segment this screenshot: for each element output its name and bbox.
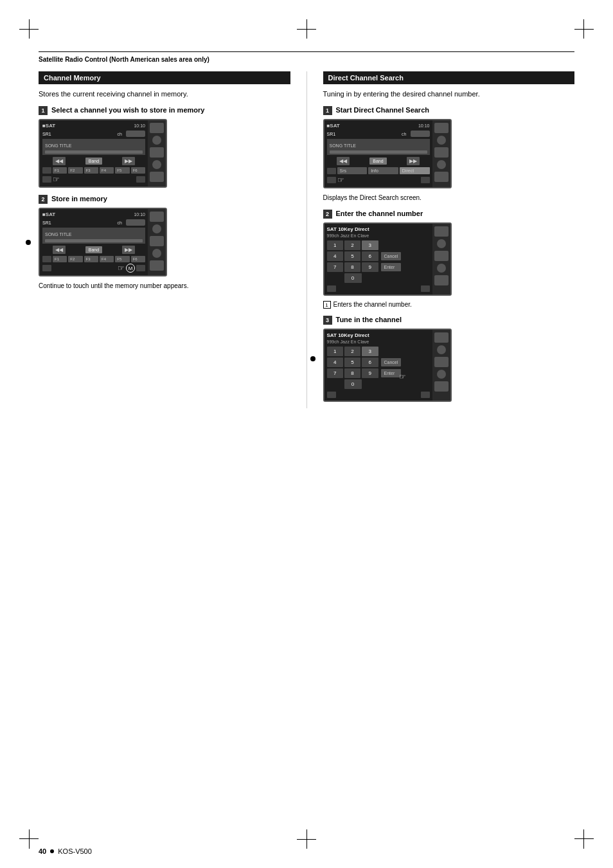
ctrl-band-2: Band xyxy=(85,246,102,253)
screen-progress-2 xyxy=(45,239,143,242)
screen-controls-2: ◀◀ Band ▶▶ xyxy=(42,246,145,254)
key-4-3[interactable]: 4 xyxy=(327,357,343,367)
keypad-zero-row: 0 xyxy=(327,273,378,283)
screen-left-1: ■SAT 10:10 SR1 ch SONG TITLE xyxy=(39,119,167,188)
key-4[interactable]: 4 xyxy=(327,251,343,261)
screen-sr1-2: SR1 xyxy=(42,221,51,225)
key-0-3[interactable]: 0 xyxy=(344,379,362,389)
key-8[interactable]: 8 xyxy=(344,262,360,272)
sidebar-circle-r3b xyxy=(437,370,446,379)
step-right-1: 1 Start Direct Channel Search ■SAT 10:10… xyxy=(323,105,575,203)
step-left-2-title: Store in memory xyxy=(51,194,107,203)
screen-song-title-1: SONG TITLE xyxy=(42,139,145,155)
crosshair-top xyxy=(297,19,316,39)
screen-top-bar-2: ■SAT 10:10 xyxy=(42,212,145,217)
key-0[interactable]: 0 xyxy=(344,273,362,283)
memory-icon-text: M xyxy=(129,266,133,271)
sidebar-btn-2a xyxy=(150,212,164,222)
direct-search-title: Direct Channel Search xyxy=(323,71,575,84)
page-content: Satellite Radio Control (North American … xyxy=(39,51,574,817)
cursor-hand-2: ☞ xyxy=(118,264,125,273)
screen-progress-r1 xyxy=(330,150,427,154)
keypad-subtitle-3: 999ch Jazz En Clave xyxy=(327,339,430,344)
key-1[interactable]: 1 xyxy=(327,240,343,250)
screen-bottom-1: ☞ xyxy=(42,175,145,184)
btn-info: Info xyxy=(368,167,398,174)
screen-sidebar-r1 xyxy=(432,120,450,187)
screen-sat-r1: ■SAT xyxy=(327,123,340,129)
screen-row-sr-r1: SR1 ch xyxy=(327,131,430,137)
key-2-3[interactable]: 2 xyxy=(344,347,360,356)
keypad-title-2: SAT 10Key Direct xyxy=(327,226,430,232)
cursor-hand-3: ☞ xyxy=(399,372,406,381)
sidebar-circle-r1a xyxy=(437,136,446,145)
reg-mark-br xyxy=(574,829,594,849)
screen-controls-1: ◀◀ Band ▶▶ xyxy=(42,157,145,165)
reg-mark-bl xyxy=(19,829,39,849)
screen-right-3: SAT 10Key Direct 999ch Jazz En Clave 1 2… xyxy=(323,329,452,402)
key-6[interactable]: 6 xyxy=(362,251,378,261)
screen-time: 10:10 xyxy=(134,123,145,128)
keypad-cancel-2[interactable]: Cancel xyxy=(381,252,402,260)
note-num-2: 1 xyxy=(323,301,331,309)
preset-f1: F1 xyxy=(53,167,67,174)
screen-sat-label: ■SAT xyxy=(42,123,55,129)
key-5[interactable]: 5 xyxy=(344,251,360,261)
step-right-1-header: 1 Start Direct Channel Search xyxy=(323,105,575,115)
cursor-hand-1: ☞ xyxy=(53,175,60,184)
screen-time-r1: 10:10 xyxy=(418,123,430,128)
step-right-3-header: 3 Tune in the channel xyxy=(323,315,575,325)
screen-vol-icon xyxy=(42,167,51,174)
sidebar-circle-r2a xyxy=(437,239,446,248)
ctrl-prev-r1: ◀◀ xyxy=(337,157,350,165)
screen-song-title-r1: SONG TITLE xyxy=(327,139,430,155)
key-5-3[interactable]: 5 xyxy=(344,357,360,367)
screen-presets-1: F1 F2 F3 F4 F5 F6 xyxy=(53,167,145,174)
ctrl-prev: ◀◀ xyxy=(53,157,66,165)
key-7-3[interactable]: 7 xyxy=(327,368,343,378)
screen-vol-icon-2 xyxy=(42,256,51,262)
key-2[interactable]: 2 xyxy=(344,240,360,250)
preset-f1-2: F1 xyxy=(53,256,67,262)
key-8-3[interactable]: 8 xyxy=(344,368,360,378)
key-6-3[interactable]: 6 xyxy=(362,357,378,367)
sidebar-btn-2 xyxy=(150,147,164,158)
keypad-wrap-3: 1 2 3 4 5 6 7 8 9 xyxy=(327,347,378,389)
col-left: Channel Memory Stores the current receiv… xyxy=(39,71,290,408)
bottom-btns-r1: Srs Info Direct xyxy=(337,167,430,174)
keypad-enter-2[interactable]: Enter xyxy=(381,263,402,271)
keypad-main-3: 1 2 3 4 5 6 7 8 9 xyxy=(327,347,430,389)
key-9[interactable]: 9 xyxy=(362,262,378,272)
key-3[interactable]: 3 xyxy=(362,240,378,250)
keypad-bottom-2 xyxy=(327,285,430,292)
keypad-enter-3[interactable]: Enter ☞ xyxy=(381,369,402,377)
key-7[interactable]: 7 xyxy=(327,262,343,272)
screen-progress-1 xyxy=(45,150,143,154)
screen-power-r1 xyxy=(327,177,336,183)
key-9-3[interactable]: 9 xyxy=(362,368,378,378)
keypad-zero-spacer xyxy=(327,273,344,283)
step-right-3-num: 3 xyxy=(323,316,332,325)
step-left-1-header: 1 Select a channel you wish to store in … xyxy=(39,105,290,115)
step-right-1-title: Start Direct Channel Search xyxy=(336,105,430,114)
screen-presets-2: F1 F2 F3 F4 F5 F6 xyxy=(53,256,145,262)
keypad-bottom-left xyxy=(327,285,336,292)
page-footer: 40 KOS-V500 xyxy=(39,847,574,855)
ctrl-next-2: ▶▶ xyxy=(122,246,135,254)
keypad-cancel-3[interactable]: Cancel xyxy=(381,358,402,366)
screen-sidebar-2 xyxy=(148,209,166,275)
keypad-wrap-2: 1 2 3 4 5 6 7 8 9 xyxy=(327,240,378,283)
screen-bottom-r1: ☞ xyxy=(327,176,430,185)
note-text-2: Enters the channel number. xyxy=(333,301,412,308)
memory-circle-icon: M xyxy=(126,264,135,273)
keypad-area-2: SAT 10Key Direct 999ch Jazz En Clave 1 2… xyxy=(324,224,432,294)
key-1-3[interactable]: 1 xyxy=(327,347,343,356)
screen-top-bar: ■SAT 10:10 xyxy=(42,123,145,129)
screen-right-2: SAT 10Key Direct 999ch Jazz En Clave 1 2… xyxy=(323,222,452,296)
preset-f4-2: F4 xyxy=(100,256,114,262)
cursor-hand-r1: ☞ xyxy=(337,176,344,185)
key-3-3[interactable]: 3 xyxy=(362,347,378,356)
keypad-main-2: 1 2 3 4 5 6 7 8 9 xyxy=(327,240,430,283)
screen-bottom-right-r1 xyxy=(421,177,430,183)
direct-search-desc: Tuning in by entering the desired channe… xyxy=(323,89,575,99)
